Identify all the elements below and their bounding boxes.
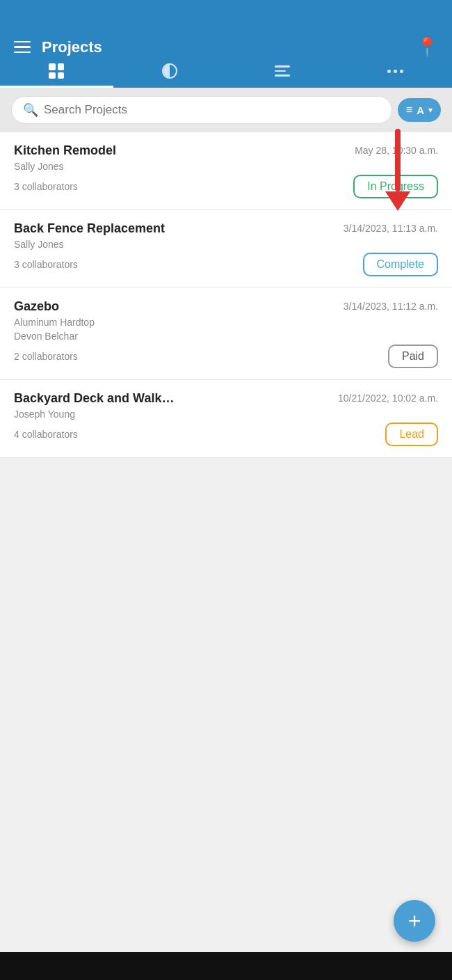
status-bar <box>0 0 452 28</box>
project-item-0[interactable]: Kitchen Remodel May 28, 10:30 a.m. Sally… <box>0 132 452 210</box>
project-collaborators-1: 3 collaborators <box>14 259 78 270</box>
project-collaborators-0: 3 collaborators <box>14 181 78 192</box>
project-owner-0: Sally Jones <box>14 161 438 172</box>
status-badge-3: Lead <box>385 422 438 446</box>
project-date-3: 10/21/2022, 10:02 a.m. <box>338 393 438 404</box>
fab-plus-icon: + <box>408 910 421 932</box>
project-owner-1: Sally Jones <box>14 239 438 250</box>
project-list: Kitchen Remodel May 28, 10:30 a.m. Sally… <box>0 132 452 458</box>
status-badge-1: Complete <box>363 253 438 276</box>
project-name-1: Back Fence Replacement <box>14 221 165 236</box>
page-title: Projects <box>42 38 102 56</box>
status-badge-2: Paid <box>388 345 438 368</box>
project-name-2: Gazebo <box>14 299 59 314</box>
search-bar-container: 🔍 ≡ A ▾ <box>0 88 452 132</box>
project-footer-0: 3 collaborators In Progress <box>14 175 438 198</box>
project-collaborators-2: 2 collaborators <box>14 351 78 362</box>
project-item-2[interactable]: Gazebo 3/14/2023, 11:12 a.m. Aluminum Ha… <box>0 288 452 380</box>
project-date-2: 3/14/2023, 11:12 a.m. <box>344 301 438 312</box>
halfcircle-icon <box>162 63 177 79</box>
location-icon[interactable]: 📍 <box>416 36 438 58</box>
search-input[interactable] <box>44 103 380 117</box>
project-owner-3: Joseph Young <box>14 409 438 420</box>
filter-label: A <box>417 104 424 116</box>
project-date-1: 3/14/2023, 11:13 a.m. <box>344 223 438 234</box>
project-item-1[interactable]: Back Fence Replacement 3/14/2023, 11:13 … <box>0 210 452 288</box>
tab-more[interactable] <box>339 70 453 82</box>
search-input-wrapper: 🔍 <box>11 96 392 124</box>
tab-toggle[interactable] <box>113 63 227 88</box>
project-item-3-header: Backyard Deck and Walk… 10/21/2022, 10:0… <box>14 391 438 406</box>
hamburger-icon[interactable] <box>14 41 31 54</box>
lines-icon <box>275 65 290 77</box>
tab-grid[interactable] <box>0 63 113 88</box>
dots-icon <box>387 70 403 73</box>
header: Projects 📍 <box>0 28 452 58</box>
project-owner-2: Aluminum Hardtop <box>14 317 438 328</box>
project-sub-2: Devon Belchar <box>14 331 438 342</box>
header-left: Projects <box>14 38 102 56</box>
project-name-0: Kitchen Remodel <box>14 143 116 158</box>
project-item-1-header: Back Fence Replacement 3/14/2023, 11:13 … <box>14 221 438 236</box>
fab-add-button[interactable]: + <box>394 900 435 942</box>
filter-icon: ≡ <box>406 104 412 116</box>
status-badge-0: In Progress <box>353 175 438 198</box>
search-icon: 🔍 <box>23 102 38 118</box>
project-collaborators-3: 4 collaborators <box>14 429 78 440</box>
project-footer-2: 2 collaborators Paid <box>14 345 438 368</box>
chevron-down-icon: ▾ <box>428 105 433 115</box>
project-footer-1: 3 collaborators Complete <box>14 253 438 276</box>
project-item-0-header: Kitchen Remodel May 28, 10:30 a.m. <box>14 143 438 158</box>
grid-icon <box>49 63 64 79</box>
project-name-3: Backyard Deck and Walk… <box>14 391 174 406</box>
filter-button[interactable]: ≡ A ▾ <box>398 98 441 122</box>
empty-area <box>0 458 452 618</box>
project-date-0: May 28, 10:30 a.m. <box>355 145 438 156</box>
project-footer-3: 4 collaborators Lead <box>14 422 438 446</box>
tab-list[interactable] <box>226 65 339 86</box>
bottom-bar <box>0 952 452 980</box>
nav-tabs <box>0 58 452 88</box>
project-item-2-header: Gazebo 3/14/2023, 11:12 a.m. <box>14 299 438 314</box>
project-item-3[interactable]: Backyard Deck and Walk… 10/21/2022, 10:0… <box>0 380 452 458</box>
